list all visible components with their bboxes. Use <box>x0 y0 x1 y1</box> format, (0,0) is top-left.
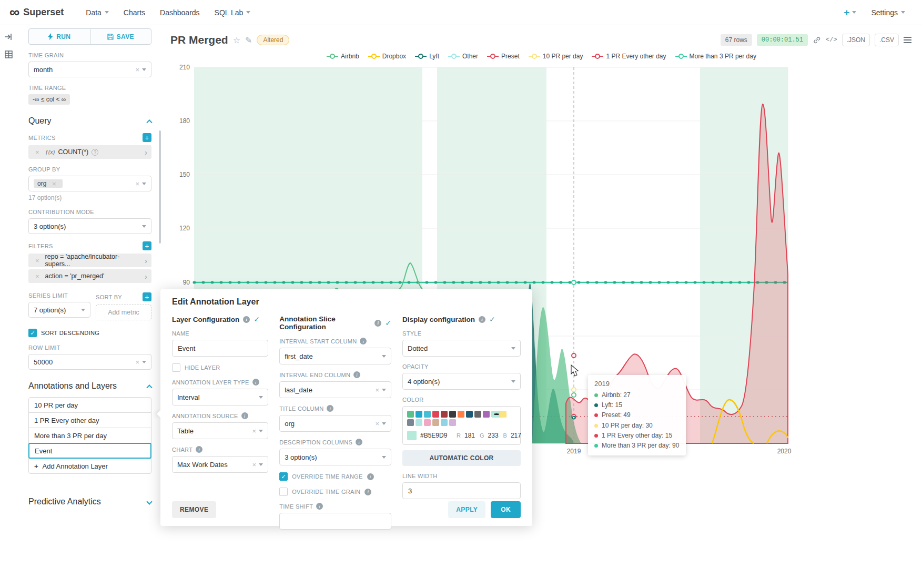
color-swatch[interactable] <box>416 419 422 426</box>
interval-start-select[interactable]: first_date <box>279 348 391 364</box>
annotations-section-header[interactable]: Annotations and Layers <box>28 381 151 391</box>
hex-color-input[interactable] <box>420 432 453 439</box>
color-swatch[interactable] <box>474 411 481 418</box>
nav-item-data[interactable]: Data <box>78 0 116 25</box>
predictive-section-header[interactable]: Predictive Analytics <box>28 497 151 506</box>
legend-item[interactable]: Dropbox <box>368 53 406 60</box>
legend-item[interactable]: Lyft <box>415 53 439 60</box>
time-grain-select[interactable]: month × <box>28 62 151 77</box>
remove-metric-icon[interactable]: × <box>35 149 39 156</box>
run-button[interactable]: RUN <box>28 28 90 45</box>
altered-badge[interactable]: Altered <box>257 35 289 45</box>
description-columns-select[interactable]: 3 option(s) <box>279 449 391 465</box>
remove-filter-icon[interactable]: × <box>35 273 39 280</box>
color-swatch[interactable] <box>424 419 431 426</box>
annotation-layer-item[interactable]: 1 PR Every other day <box>28 412 151 428</box>
color-swatch[interactable] <box>416 411 422 418</box>
color-swatch[interactable] <box>449 411 456 418</box>
opacity-select[interactable]: 4 option(s) <box>402 373 521 390</box>
nav-item-sql-lab[interactable]: SQL Lab <box>207 0 258 25</box>
contribution-mode-select[interactable]: 3 option(s) <box>28 218 151 234</box>
legend-item[interactable]: 1 PR Every other day <box>592 53 666 60</box>
color-swatch[interactable] <box>424 411 431 418</box>
color-swatch[interactable] <box>449 419 456 426</box>
more-menu-icon[interactable] <box>904 37 911 43</box>
info-icon[interactable]: i <box>353 371 360 378</box>
link-icon[interactable] <box>813 36 821 44</box>
annotation-layer-item[interactable]: 10 PR per day <box>28 397 151 413</box>
annotation-layer-item-selected[interactable]: Event <box>28 443 151 459</box>
info-icon[interactable]: i <box>479 316 485 323</box>
series-limit-select[interactable]: 7 option(s) <box>28 302 90 318</box>
superset-brand[interactable]: ∞ Superset <box>9 7 64 18</box>
nav-item-dashboards[interactable]: Dashboards <box>153 0 207 25</box>
favorite-star-icon[interactable]: ☆ <box>233 35 240 45</box>
color-swatch[interactable] <box>432 419 439 426</box>
remove-tag-icon[interactable]: × <box>52 180 56 187</box>
name-input[interactable] <box>172 340 268 357</box>
help-icon[interactable]: ? <box>92 149 98 156</box>
add-annotation-layer-button[interactable]: + Add Annotation Layer <box>28 458 151 474</box>
red-value[interactable]: 181 <box>464 432 475 439</box>
query-section-header[interactable]: Query <box>28 116 151 126</box>
apply-button[interactable]: APPLY <box>448 501 485 518</box>
remove-button[interactable]: REMOVE <box>172 501 216 518</box>
metric-pill[interactable]: × ƒ(x) COUNT(*) ? › <box>28 145 151 159</box>
dataset-grid-icon[interactable] <box>5 50 13 58</box>
group-by-value-tag[interactable]: org× <box>34 179 63 188</box>
filter-pill[interactable]: × repo = 'apache/incubator-supers... › <box>28 254 151 267</box>
color-swatch[interactable] <box>500 411 506 418</box>
clear-icon[interactable]: × <box>375 387 379 393</box>
style-select[interactable]: Dotted <box>402 340 521 357</box>
collapse-panel-icon[interactable] <box>4 33 13 41</box>
color-swatch[interactable] <box>441 419 448 426</box>
annotation-source-select[interactable]: Table × <box>172 422 268 439</box>
save-button[interactable]: SAVE <box>90 28 152 45</box>
automatic-color-button[interactable]: AUTOMATIC COLOR <box>402 450 521 466</box>
color-swatch[interactable] <box>466 411 473 418</box>
legend-item[interactable]: Preset <box>487 53 520 60</box>
info-icon[interactable]: i <box>360 338 367 344</box>
new-item-button[interactable]: + <box>836 7 864 18</box>
legend-item[interactable]: Airbnb <box>327 53 359 60</box>
override-time-range-checkbox[interactable]: ✓ <box>279 472 288 481</box>
add-sort-metric-button[interactable]: + <box>143 292 151 301</box>
green-value[interactable]: 233 <box>488 432 499 439</box>
sort-descending-checkbox[interactable]: ✓ <box>28 329 37 337</box>
color-swatch[interactable] <box>458 411 464 418</box>
info-icon[interactable]: i <box>241 412 248 419</box>
clear-icon[interactable]: × <box>135 180 139 187</box>
row-limit-select[interactable]: 50000 × <box>28 354 151 370</box>
ok-button[interactable]: OK <box>491 501 521 518</box>
info-icon[interactable]: i <box>356 439 362 445</box>
clear-icon[interactable]: × <box>252 461 257 468</box>
info-icon[interactable]: i <box>367 473 374 480</box>
info-icon[interactable]: i <box>196 446 202 453</box>
clear-icon[interactable]: × <box>252 428 257 434</box>
chart-select[interactable]: Max Work Dates × <box>172 456 268 473</box>
interval-end-select[interactable]: last_date × <box>279 381 391 398</box>
hide-layer-checkbox[interactable] <box>172 363 180 372</box>
title-column-select[interactable]: org × <box>279 415 391 432</box>
color-swatch[interactable] <box>483 411 490 418</box>
filter-pill[interactable]: × action = 'pr_merged' › <box>28 269 151 283</box>
info-icon[interactable]: i <box>243 316 250 323</box>
add-metric-button[interactable]: + <box>143 133 151 142</box>
export-json-button[interactable]: .JSON <box>842 34 870 46</box>
color-swatch[interactable] <box>441 411 448 418</box>
edit-pencil-icon[interactable]: ✎ <box>245 35 252 45</box>
clear-icon[interactable]: × <box>135 66 139 73</box>
embed-code-icon[interactable]: </> <box>826 36 837 44</box>
remove-filter-icon[interactable]: × <box>35 257 39 264</box>
clear-icon[interactable]: × <box>375 420 379 427</box>
group-by-select[interactable]: org× × <box>28 176 151 191</box>
color-swatch[interactable] <box>407 419 414 426</box>
sort-by-add-metric[interactable]: Add metric <box>96 305 151 320</box>
color-swatch[interactable] <box>432 411 439 418</box>
blue-value[interactable]: 217 <box>511 432 521 439</box>
annotation-layer-type-select[interactable]: Interval <box>172 389 268 405</box>
annotation-layer-item[interactable]: More than 3 PR per day <box>28 428 151 443</box>
legend-item[interactable]: More than 3 PR per day <box>675 53 756 60</box>
export-csv-button[interactable]: .CSV <box>875 34 899 46</box>
add-filter-button[interactable]: + <box>143 241 151 250</box>
